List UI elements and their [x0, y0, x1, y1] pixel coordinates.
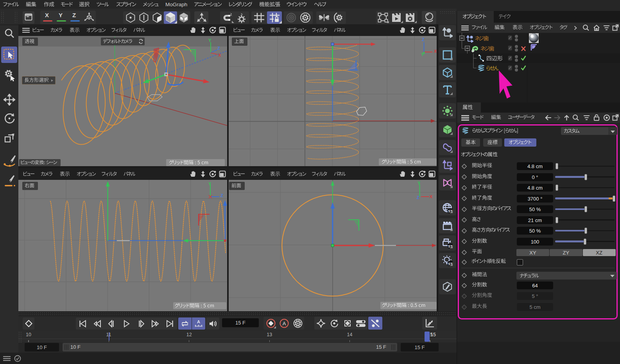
svg-text:A: A	[283, 321, 286, 326]
svg-text:A: A	[197, 319, 200, 324]
